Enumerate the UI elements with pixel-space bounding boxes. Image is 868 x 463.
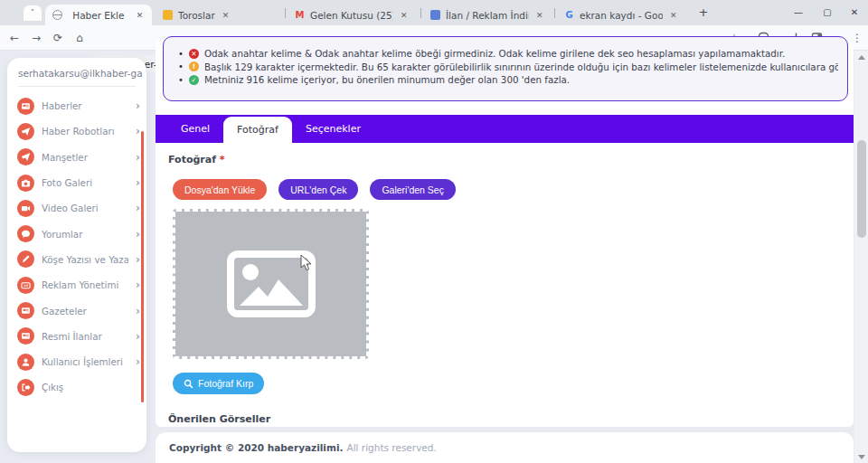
newspaper-icon [17, 327, 34, 345]
close-button[interactable]: ✕ [839, 0, 868, 25]
tab-secenekler[interactable]: Seçenekler [292, 115, 374, 143]
alert-text: Odak anahtar kelime & Odak anahtar kelim… [204, 48, 785, 59]
mouse-cursor [300, 254, 313, 276]
sidebar-item-gazeteler[interactable]: Gazeteler › [17, 298, 140, 323]
scroll-up-icon[interactable] [858, 55, 865, 60]
page-scrollbar[interactable] [854, 51, 868, 463]
panel-tab-bar: Genel Fotoğraf Seçenekler [156, 115, 854, 143]
browser-tab[interactable]: İlan / Reklam İndirme - İlan Bil ✕ [423, 5, 552, 25]
seo-alert-box: • ✕ Odak anahtar kelime & Odak anahtar k… [163, 36, 848, 101]
browser-tab-strip: ˅ _Haber Ekle_ ✕ Toroslar ✕ M Gelen Kutu… [0, 0, 868, 25]
tab-search-button[interactable]: ˅ [24, 5, 42, 21]
scrollbar-thumb[interactable] [857, 140, 866, 238]
logout-icon [17, 379, 34, 396]
browser-tab[interactable]: M Gelen Kutusu (25) - ilkhabergaz ✕ [288, 5, 418, 25]
chevron-right-icon: › [136, 253, 140, 266]
sidebar-menu: Haberler › Haber Robotları › Manşetler ›… [17, 93, 140, 401]
sidebar-item-label: Çıkış [42, 382, 140, 392]
tab-genel[interactable]: Genel [167, 115, 223, 143]
back-icon[interactable]: ← [7, 31, 22, 45]
tab-title: Toroslar [178, 10, 215, 21]
browser-tab[interactable]: Toroslar ✕ [156, 5, 282, 25]
tab-divider [285, 8, 286, 18]
photo-field-label: Fotoğraf * [168, 154, 225, 165]
paper-plane-icon [17, 148, 34, 165]
orange-site-icon [163, 10, 173, 20]
video-camera-icon [17, 200, 34, 217]
ad-icon: ad [17, 277, 34, 294]
sidebar-item-haber-robotlari[interactable]: Haber Robotları › [17, 118, 140, 144]
gmail-icon: M [295, 10, 305, 20]
sidebar-item-reklam-yonetimi[interactable]: ad Reklam Yönetimi › [17, 272, 140, 298]
sidebar-item-label: Köşe Yazısı ve Yazarları [42, 254, 128, 265]
scroll-down-icon[interactable] [858, 455, 865, 459]
sidebar-item-haberler[interactable]: Haberler › [17, 93, 140, 118]
tab-close-icon[interactable]: ✕ [536, 11, 543, 20]
rights-text: All rights reserved. [347, 442, 437, 453]
tab-close-icon[interactable]: ✕ [670, 11, 677, 20]
user-email: serhatakarsu@ilkhaber-gazetesi [18, 68, 143, 79]
sidebar-item-label: Kullanıcı İşlemleri [42, 356, 128, 367]
minimize-button[interactable]: — [783, 0, 814, 25]
reload-icon[interactable]: ⟳ [51, 31, 65, 45]
tab-close-icon[interactable]: ✕ [137, 11, 144, 20]
photo-source-buttons: Dosya'dan Yükle URL'den Çek Galeri'den S… [173, 179, 456, 200]
bullet: • [178, 75, 184, 85]
sidebar-item-cikis[interactable]: Çıkış [17, 374, 140, 400]
sidebar-item-kose-yazisi[interactable]: Köşe Yazısı ve Yazarları › [17, 247, 140, 272]
success-icon: ✓ [189, 75, 199, 85]
svg-text:ad: ad [24, 283, 29, 288]
bullet: • [178, 49, 184, 59]
sidebar-scrollbar-thumb[interactable] [141, 131, 144, 402]
sidebar-item-label: Reklam Yönetimi [42, 279, 128, 290]
alert-text: Başlık 129 karakter içermektedir. Bu 65 … [204, 61, 838, 72]
browser-tab-active[interactable]: _Haber Ekle_ ✕ [45, 5, 152, 25]
select-from-gallery-button[interactable]: Galeri'den Seç [370, 179, 456, 200]
user-icon [17, 354, 34, 371]
maximize-button[interactable]: ▢ [812, 0, 843, 25]
chevron-right-icon: › [136, 279, 140, 291]
sidebar-item-label: Haberler [42, 100, 128, 111]
google-icon: G [564, 10, 574, 20]
browser-tab[interactable]: G ekran kaydı - Google'da Ara ✕ [557, 5, 689, 25]
error-icon: ✕ [189, 49, 199, 59]
chevron-right-icon: › [136, 305, 140, 317]
sidebar-item-mansetler[interactable]: Manşetler › [17, 145, 140, 170]
forward-icon[interactable]: → [29, 31, 43, 45]
alert-text: Metniniz 916 kelime içeriyor, bu önerile… [204, 74, 570, 85]
tab-close-icon[interactable]: ✕ [401, 11, 408, 20]
admin-sidebar: serhatakarsu@ilkhaber-gazetesi Haberler … [7, 58, 146, 452]
newspaper-icon [17, 302, 34, 319]
sidebar-item-kullanici-islemleri[interactable]: Kullanıcı İşlemleri › [17, 349, 140, 374]
alert-row: • ! Başlık 129 karakter içermektedir. Bu… [178, 61, 838, 74]
sidebar-item-video-galeri[interactable]: Video Galeri › [17, 195, 140, 221]
sidebar-item-yorumlar[interactable]: Yorumlar › [17, 221, 140, 246]
fetch-from-url-button[interactable]: URL'den Çek [278, 179, 358, 200]
ilan-site-icon [430, 10, 440, 20]
sidebar-item-resmi-ilanlar[interactable]: Resmi İlanlar › [17, 324, 140, 349]
sidebar-item-label: Yorumlar [42, 229, 128, 240]
photo-upload-dropzone[interactable] [173, 209, 369, 359]
crop-photo-button[interactable]: Fotoğraf Kırp [173, 373, 264, 394]
chevron-right-icon: › [136, 355, 140, 368]
tab-title: İlan / Reklam İndirme - İlan Bil [446, 10, 529, 21]
new-tab-button[interactable]: + [696, 5, 711, 20]
footer: Copyright © 2020 haberyazilimi. All righ… [156, 432, 854, 463]
chevron-right-icon: › [136, 228, 140, 241]
chevron-right-icon: › [136, 125, 140, 137]
sidebar-item-label: Foto Galeri [42, 177, 128, 188]
home-icon[interactable]: ⌂ [72, 31, 87, 45]
sidebar-item-foto-galeri[interactable]: Foto Galeri › [17, 170, 140, 195]
alert-row: • ✓ Metniniz 916 kelime içeriyor, bu öne… [178, 73, 838, 87]
tab-fotograf[interactable]: Fotoğraf [223, 117, 292, 143]
warning-icon: ! [189, 61, 199, 71]
field-label-text: Fotoğraf [168, 154, 216, 165]
magnifier-icon [184, 379, 193, 389]
chevron-right-icon: › [136, 99, 140, 112]
chevron-right-icon: › [136, 151, 140, 164]
sidebar-divider [18, 86, 136, 87]
comment-icon [17, 225, 34, 242]
tab-close-icon[interactable]: ✕ [222, 11, 230, 20]
upload-from-file-button[interactable]: Dosya'dan Yükle [173, 179, 267, 200]
paper-plane-icon [17, 123, 34, 140]
